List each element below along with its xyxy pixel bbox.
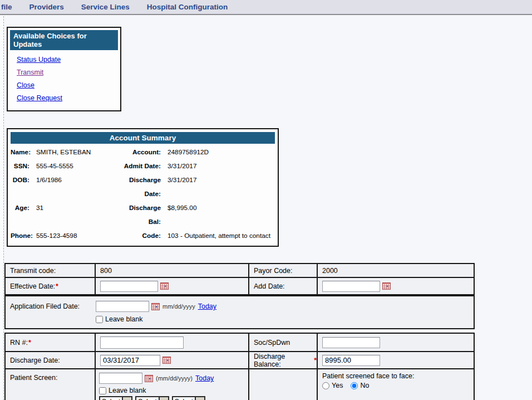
summary-row: Phone: 555-123-4598 Code: 103 - Outpatie… — [11, 229, 275, 243]
patient-screen-cell: (mm/dd/yyyy) Today Leave blank Select Se… — [96, 369, 249, 400]
today-link[interactable]: Today — [195, 374, 214, 382]
calendar-icon[interactable] — [160, 282, 169, 290]
summary-value: SMITH, ESTEBAN — [36, 145, 120, 159]
discharge-date-cell — [96, 352, 249, 368]
today-link[interactable]: Today — [198, 303, 216, 310]
main-content: Available Choices for Updates Status Upd… — [4, 16, 532, 400]
radio-no[interactable] — [351, 382, 358, 389]
discharge-date-label: Discharge Date: — [6, 352, 96, 368]
summary-label: Discharge Date: — [120, 173, 168, 201]
summary-label: Account: — [120, 145, 168, 159]
rn-number-label: RN #:* — [6, 334, 96, 351]
leave-blank-checkbox[interactable] — [96, 316, 103, 323]
summary-value: 3/31/2017 — [168, 173, 275, 201]
available-choices-title: Available Choices for Updates — [10, 30, 118, 50]
summary-label: Age: — [11, 201, 36, 229]
nav-item-hospital-configuration[interactable]: Hospital Configuration — [147, 3, 228, 11]
add-date-cell — [318, 278, 474, 294]
summary-row: DOB: 1/6/1986 Discharge Date: 3/31/2017 — [11, 173, 275, 201]
select-value: Select — [100, 397, 122, 400]
select-value: Select — [173, 397, 195, 400]
summary-label: Code: — [120, 229, 168, 243]
summary-row: Name: SMITH, ESTEBAN Account: 2489758912… — [11, 145, 275, 159]
face-to-face-cell: Patient screened face to face: Yes No — [318, 369, 474, 400]
summary-label: Phone: — [11, 229, 36, 243]
summary-row: Age: 31 Discharge Bal: $8,995.00 — [11, 201, 275, 229]
summary-value: 31 — [36, 201, 120, 229]
effective-date-cell — [96, 278, 249, 294]
leave-blank-label: Leave blank — [105, 315, 142, 323]
nav-item-providers[interactable]: Providers — [29, 3, 64, 11]
patient-screen-select-3[interactable]: Select — [172, 396, 205, 400]
chevron-down-icon — [195, 397, 204, 400]
select-value: Select — [136, 397, 158, 400]
radio-yes-label: Yes — [332, 382, 343, 389]
transmit-code-value: 800 — [96, 264, 249, 277]
link-close[interactable]: Close — [17, 81, 118, 89]
discharge-balance-cell — [318, 352, 474, 368]
face-to-face-label: Patient screened face to face: — [322, 372, 469, 380]
rn-number-input[interactable] — [100, 336, 184, 349]
leave-blank-label: Leave blank — [109, 387, 146, 394]
transmit-form-table: Transmit code: 800 Payor Code: 2000 Effe… — [4, 263, 475, 329]
summary-value: 3/31/2017 — [168, 159, 275, 173]
summary-label: Admit Date: — [120, 159, 168, 173]
detail-form-table: RN #:* Soc/SpDwn Discharge Date: Dischar… — [4, 333, 475, 400]
link-status-update[interactable]: Status Update — [17, 56, 118, 64]
calendar-icon[interactable] — [162, 357, 171, 364]
add-date-label: Add Date: — [249, 278, 318, 294]
chevron-down-icon — [122, 397, 131, 400]
date-format-hint: mm/dd/yyyy — [162, 303, 195, 310]
transmit-code-label: Transmit code: — [6, 264, 96, 277]
effective-date-input[interactable] — [100, 281, 158, 292]
summary-value: 555-123-4598 — [36, 229, 120, 243]
summary-label: SSN: — [11, 159, 36, 173]
calendar-icon[interactable] — [145, 375, 153, 382]
radio-no-label: No — [360, 382, 369, 389]
empty-cell — [249, 369, 318, 400]
link-close-request[interactable]: Close Request — [17, 94, 118, 102]
effective-date-label: Effective Date:* — [6, 278, 96, 294]
payor-code-value: 2000 — [318, 264, 474, 277]
summary-value: 103 - Outpatient, attempt to contact — [168, 229, 275, 243]
leave-blank-checkbox[interactable] — [99, 387, 106, 394]
summary-value: 1/6/1986 — [36, 173, 120, 201]
account-summary-panel: Account Summary Name: SMITH, ESTEBAN Acc… — [7, 128, 279, 247]
patient-screen-label: Patient Screen: — [6, 369, 96, 400]
summary-value: 555-45-5555 — [36, 159, 120, 173]
chevron-down-icon — [159, 397, 168, 400]
patient-screen-select-1[interactable]: Select — [99, 396, 132, 400]
calendar-icon[interactable] — [382, 282, 391, 290]
left-gutter-divider — [0, 16, 4, 400]
patient-screen-select-2[interactable]: Select — [135, 396, 169, 400]
discharge-balance-input[interactable] — [322, 355, 380, 366]
required-mark: * — [56, 282, 58, 290]
soc-spdwn-cell — [318, 334, 474, 351]
add-date-input[interactable] — [322, 281, 380, 292]
application-filed-date-label: Application Filed Date: — [6, 296, 96, 328]
rn-number-cell — [96, 334, 249, 351]
discharge-balance-label: Discharge Balance:* — [249, 352, 318, 368]
top-nav: file Providers Service Lines Hospital Co… — [0, 0, 532, 15]
summary-label: Discharge Bal: — [120, 201, 168, 229]
date-format-hint: (mm/dd/yyyy) — [156, 375, 193, 382]
application-filed-date-input[interactable] — [96, 301, 149, 312]
summary-value: 2489758912D — [168, 145, 275, 159]
patient-screen-date-input[interactable] — [99, 373, 142, 384]
payor-code-label: Payor Code: — [249, 264, 318, 277]
required-mark: * — [314, 357, 317, 364]
calendar-icon[interactable] — [151, 303, 160, 310]
link-transmit[interactable]: Transmit — [17, 69, 118, 76]
summary-label: DOB: — [11, 173, 36, 201]
discharge-date-input[interactable] — [100, 355, 160, 366]
available-choices-panel: Available Choices for Updates Status Upd… — [7, 27, 121, 111]
nav-item-file[interactable]: file — [1, 3, 12, 11]
nav-item-service-lines[interactable]: Service Lines — [81, 3, 130, 11]
summary-row: SSN: 555-45-5555 Admit Date: 3/31/2017 — [11, 159, 275, 173]
radio-yes[interactable] — [322, 382, 329, 389]
soc-spdwn-input[interactable] — [322, 337, 380, 348]
summary-value: $8,995.00 — [168, 201, 275, 229]
soc-spdwn-label: Soc/SpDwn — [249, 334, 318, 351]
account-summary-title: Account Summary — [11, 132, 275, 144]
required-mark: * — [28, 339, 31, 347]
